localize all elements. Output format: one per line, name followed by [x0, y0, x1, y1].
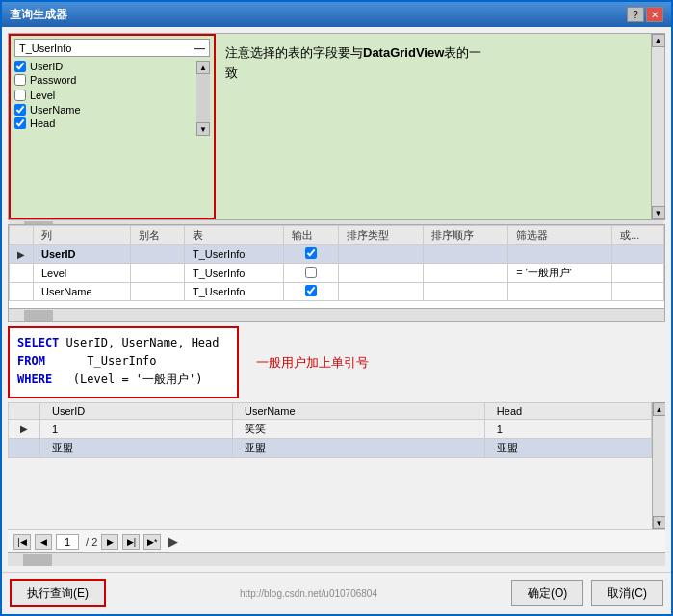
field-head-label: Head — [30, 117, 55, 129]
grid-cell-sortorder-1[interactable] — [423, 264, 507, 283]
results-right-scrollbar[interactable]: ▲ ▼ — [652, 402, 665, 529]
results-col-userid: UserID — [40, 403, 233, 420]
results-head-0[interactable]: 1 — [484, 420, 651, 439]
top-scroll-up[interactable]: ▲ — [652, 34, 665, 47]
grid-cell-filter-1[interactable]: = '一般用户' — [508, 264, 612, 283]
grid-cell-or-0[interactable] — [612, 245, 664, 264]
sql-select-line: SELECT UserID, UserName, Head — [17, 334, 229, 352]
results-bottom-scrollbar[interactable] — [8, 552, 665, 566]
grid-cell-output-0[interactable] — [284, 245, 338, 264]
results-row-0[interactable]: ▶ 1 笑笑 1 — [9, 420, 652, 439]
sql-from-table: T_UserInfo — [87, 354, 156, 368]
grid-cell-sortorder-0[interactable] — [423, 245, 507, 264]
field-level-label: Level — [30, 90, 55, 101]
close-button[interactable]: ✕ — [646, 7, 663, 22]
grid-bottom-scrollbar[interactable] — [9, 308, 664, 321]
grid-cell-or-1[interactable] — [612, 264, 664, 283]
grid-cell-alias-0[interactable] — [130, 245, 184, 264]
window-title: 查询生成器 — [10, 7, 67, 23]
grid-cell-sorttype-0[interactable] — [338, 245, 423, 264]
grid-cell-table-0: T_UserInfo — [185, 245, 284, 264]
nav-first-btn[interactable]: |◀ — [13, 534, 31, 550]
nav-new-btn[interactable]: ▶* — [143, 534, 161, 550]
results-indicator-0: ▶ — [9, 420, 40, 439]
results-table: UserID UserName Head ▶ 1 笑笑 1 — [8, 402, 652, 458]
grid-cell-sorttype-2[interactable] — [338, 283, 423, 301]
results-header-row: UserID UserName Head — [9, 403, 652, 420]
grid-row-indicator-2 — [10, 283, 34, 301]
field-head: Head — [14, 117, 210, 129]
results-head-1[interactable]: 亚盟 — [484, 439, 651, 458]
field-userid-checkbox[interactable] — [14, 61, 26, 72]
main-content: T_UserInfo — UserID Password — [2, 27, 671, 572]
grid-cell-field-1[interactable]: Level — [34, 264, 131, 283]
field-username-checkbox[interactable] — [14, 104, 26, 116]
grid-cell-filter-2[interactable] — [508, 283, 612, 301]
results-inner: UserID UserName Head ▶ 1 笑笑 1 — [8, 402, 665, 529]
grid-col-sorttype: 排序类型 — [338, 226, 423, 245]
results-scroll-up[interactable]: ▲ — [653, 402, 666, 416]
results-indicator-1 — [9, 439, 40, 458]
grid-cell-field-2[interactable]: UserName — [34, 283, 131, 301]
nav-prev-btn[interactable]: ◀ — [35, 534, 52, 550]
field-password: Password — [14, 74, 210, 86]
grid-cell-sortorder-2[interactable] — [423, 283, 507, 301]
top-scroll-down[interactable]: ▼ — [652, 206, 665, 219]
grid-col-or: 或... — [612, 226, 664, 245]
field-head-checkbox[interactable] — [14, 117, 26, 129]
table-header-bar: T_UserInfo — — [14, 39, 210, 57]
title-bar: 查询生成器 ? ✕ — [2, 2, 671, 27]
results-username-0[interactable]: 笑笑 — [232, 420, 484, 439]
top-right-scrollbar[interactable]: ▲ ▼ — [651, 34, 664, 219]
results-username-1[interactable]: 亚盟 — [232, 439, 484, 458]
query-grid: 列 别名 表 输出 排序类型 排序顺序 筛选器 或... ▶ — [9, 225, 664, 301]
grid-row-1[interactable]: Level T_UserInfo = '一般用户' — [10, 264, 664, 283]
grid-cell-sorttype-1[interactable] — [338, 264, 423, 283]
field-level-checkbox[interactable] — [14, 90, 26, 101]
collapse-btn[interactable]: — — [194, 42, 205, 54]
sql-where-line: WHERE (Level = '一般用户') — [17, 371, 229, 389]
sql-where-keyword: WHERE — [17, 372, 52, 386]
nav-last-btn[interactable]: ▶| — [122, 534, 140, 550]
annotation-text: 注意选择的表的字段要与DataGridView表的一致 — [225, 43, 481, 84]
results-scroll-down[interactable]: ▼ — [653, 516, 666, 529]
cancel-button[interactable]: 取消(C) — [591, 580, 663, 606]
grid-cell-table-2: T_UserInfo — [185, 283, 284, 301]
results-hscroll-thumb[interactable] — [23, 554, 52, 566]
grid-col-indicator — [10, 226, 34, 245]
results-header-indicator — [9, 403, 40, 420]
help-button[interactable]: ? — [627, 7, 644, 22]
results-row-1[interactable]: 亚盟 亚盟 亚盟 — [9, 439, 652, 458]
grid-row-0[interactable]: ▶ UserID T_UserInfo — [10, 245, 664, 264]
grid-cell-output-2[interactable] — [284, 283, 338, 301]
nav-total: / 2 — [83, 536, 97, 548]
grid-cell-alias-1[interactable] — [130, 264, 184, 283]
scroll-down-btn[interactable]: ▼ — [196, 122, 210, 136]
nav-page-input[interactable] — [56, 534, 79, 550]
results-userid-1[interactable]: 亚盟 — [40, 439, 233, 458]
grid-col-output: 输出 — [284, 226, 338, 245]
grid-cell-field-0[interactable]: UserID — [34, 245, 131, 264]
grid-row-2[interactable]: UserName T_UserInfo — [10, 283, 664, 301]
grid-cell-alias-2[interactable] — [130, 283, 184, 301]
main-window: 查询生成器 ? ✕ T_UserInfo — UserID — [0, 0, 673, 616]
results-col-username: UserName — [232, 403, 484, 420]
sql-annotation-text: 一般用户加上单引号 — [256, 354, 369, 372]
grid-cell-or-2[interactable] — [612, 283, 664, 301]
grid-cell-output-1[interactable] — [284, 264, 338, 283]
grid-cell-filter-0[interactable] — [508, 245, 612, 264]
nav-next-btn[interactable]: ▶ — [101, 534, 118, 550]
grid-row-indicator-0: ▶ — [10, 245, 34, 264]
table-title: T_UserInfo — [19, 42, 71, 54]
scroll-up-btn[interactable]: ▲ — [196, 61, 210, 74]
ok-button[interactable]: 确定(O) — [511, 580, 583, 606]
results-userid-0[interactable]: 1 — [40, 420, 233, 439]
grid-col-field: 列 — [34, 226, 131, 245]
nav-camera-icon[interactable]: ▶ — [168, 534, 178, 549]
bottom-right: 确定(O) 取消(C) — [511, 580, 663, 606]
grid-hscroll-thumb[interactable] — [24, 310, 53, 321]
grid-col-sortorder: 排序顺序 — [423, 226, 507, 245]
field-password-checkbox[interactable] — [14, 74, 26, 86]
execute-button[interactable]: 执行查询(E) — [10, 579, 106, 607]
sql-select-keyword: SELECT — [17, 336, 59, 349]
